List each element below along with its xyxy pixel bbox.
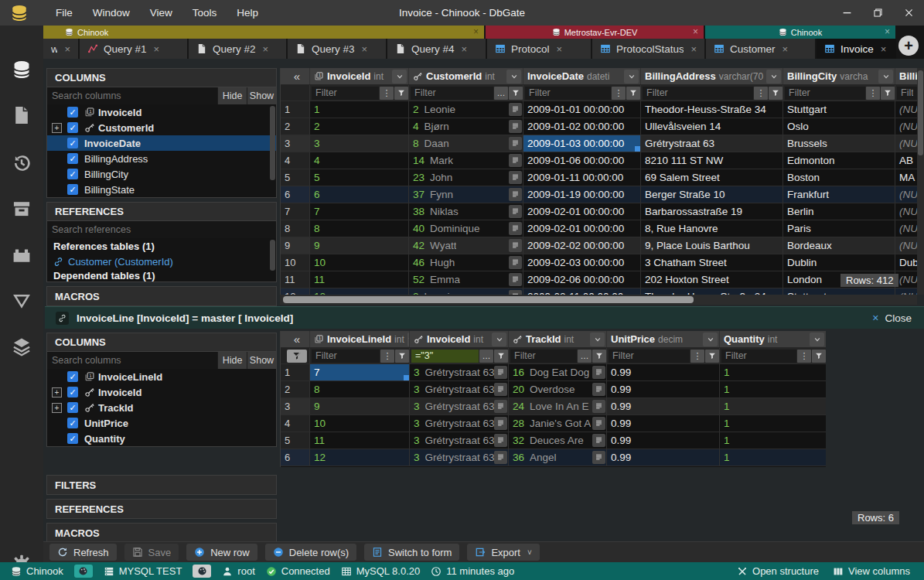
swatch-icon[interactable]	[193, 565, 211, 578]
cell-invoicedate[interactable]: 2009-01-02 00:00:00	[523, 118, 641, 135]
filter-funnel-button[interactable]	[494, 350, 508, 363]
menu-window[interactable]: Window	[83, 0, 140, 26]
tab-close-icon[interactable]: ×	[462, 43, 468, 55]
filter-input[interactable]	[312, 87, 379, 100]
column-checkbox[interactable]: ✓	[67, 138, 78, 148]
column-menu-button[interactable]	[492, 333, 506, 346]
row-detail-icon[interactable]	[509, 171, 522, 184]
row-number[interactable]: 9	[281, 237, 310, 254]
column-checkbox[interactable]: ✓	[67, 402, 78, 413]
column-checkbox[interactable]: ✓	[67, 153, 78, 164]
cell-invoicelineid[interactable]: 12	[310, 449, 410, 466]
cell-billingstate[interactable]: (NULL)	[895, 118, 917, 135]
tab-invoice[interactable]: Invoice×	[817, 39, 896, 59]
cell-quantity[interactable]: 1	[720, 449, 826, 466]
cell-invoicelineid[interactable]: 10	[310, 415, 410, 432]
row-number[interactable]: 11	[281, 271, 310, 288]
references-section-header[interactable]: REFERENCES	[47, 203, 276, 221]
row-number[interactable]: 10	[281, 254, 310, 271]
cell-billingstate[interactable]: (NULL)	[895, 220, 917, 237]
filter-input[interactable]	[411, 350, 479, 363]
swatch-icon[interactable]	[74, 565, 93, 578]
row-detail-icon[interactable]	[494, 434, 507, 447]
tree-scrollbar[interactable]	[270, 106, 275, 180]
cell-invoiceid[interactable]: 8	[310, 220, 409, 237]
tab-close-icon[interactable]: ×	[64, 43, 70, 55]
columns-section-header[interactable]: COLUMNS	[47, 69, 276, 87]
cell-customerid[interactable]: 4Bjørn	[409, 118, 523, 135]
tab-close-icon[interactable]: ×	[154, 43, 160, 55]
row-detail-icon[interactable]	[494, 451, 507, 464]
maximize-button[interactable]	[862, 0, 893, 26]
tab-group-3[interactable]: Chinook×	[705, 26, 895, 39]
cell-invoiceid[interactable]: 1	[310, 101, 409, 118]
column-checkbox[interactable]: ✓	[67, 418, 78, 428]
tab-protocol[interactable]: Protocol×	[487, 39, 591, 59]
detail-columns-section-header[interactable]: COLUMNS	[47, 333, 276, 352]
cell-trackid[interactable]: 20Overdose	[509, 381, 607, 397]
detail-close-button[interactable]: × Close	[872, 312, 912, 324]
cell-invoicelineid[interactable]: 9	[310, 398, 410, 415]
cell-customerid[interactable]: 14Mark	[409, 152, 523, 169]
tab-wee[interactable]: wee×	[43, 39, 78, 59]
cell-invoiceid[interactable]: 3Grétrystraat 63	[410, 449, 509, 466]
cell-billingcity[interactable]: Brussels	[783, 135, 895, 152]
cell-billingstate[interactable]: (NULL)	[895, 186, 917, 203]
column-checkbox[interactable]: ✓	[67, 122, 78, 133]
cell-invoicedate[interactable]: 2009-02-11 00:00:00	[523, 288, 641, 295]
cell-invoiceid[interactable]: 9	[310, 237, 409, 254]
column-item-invoicelineid[interactable]: ✓1InvoiceLineId	[47, 369, 276, 384]
minimize-button[interactable]	[831, 0, 862, 26]
export-button[interactable]: Export˅	[467, 544, 539, 561]
filter-input[interactable]	[643, 87, 753, 100]
cell-customerid[interactable]: 8Daan	[409, 135, 523, 152]
status-open-structure[interactable]: Open structure	[737, 565, 819, 577]
column-item-invoiceid[interactable]: ✓1InvoiceId	[47, 104, 276, 120]
cell-customerid[interactable]: 40Dominique	[409, 220, 523, 237]
row-detail-icon[interactable]	[509, 103, 522, 116]
row-number[interactable]: 8	[281, 220, 310, 237]
cell-invoiceid[interactable]: 6	[310, 186, 409, 203]
cell-invoicedate[interactable]: 2009-02-01 00:00:00	[523, 203, 641, 220]
tab-close-icon[interactable]: ×	[881, 43, 887, 55]
cell-invoiceid[interactable]: 2	[310, 118, 409, 135]
cell-billingcity[interactable]: Stuttgart	[783, 288, 895, 295]
cell-customerid[interactable]: 52Emma	[409, 271, 523, 288]
list-scrollbar[interactable]	[270, 240, 275, 271]
menu-tools[interactable]: Tools	[182, 0, 227, 26]
cell-billingstate[interactable]: (NULL)	[895, 135, 917, 152]
menu-view[interactable]: View	[140, 0, 182, 26]
column-checkbox[interactable]: ✓	[67, 371, 78, 382]
columns-search-input[interactable]	[47, 87, 217, 104]
reference-link-customer[interactable]: Customer (CustomerId)	[47, 254, 276, 269]
cell-unitprice[interactable]: 0.99	[607, 364, 720, 380]
row-number[interactable]: 2	[281, 381, 310, 397]
column-checkbox[interactable]: ✓	[67, 107, 78, 118]
expand-icon[interactable]: +	[52, 387, 62, 397]
cell-billingaddress[interactable]: Ullevålsveien 14	[641, 118, 783, 135]
cell-invoiceid[interactable]: 11	[310, 271, 409, 288]
row-detail-icon[interactable]	[509, 239, 522, 252]
filter-menu-button[interactable]: ⋮	[380, 350, 394, 363]
cell-unitprice[interactable]: 0.99	[607, 415, 720, 432]
cell-invoicedate[interactable]: 2009-01-01 00:00:00	[523, 101, 641, 118]
column-menu-button[interactable]	[506, 70, 521, 84]
column-item-quantity[interactable]: ✓Quantity	[47, 431, 276, 446]
cell-billingstate[interactable]: MA	[895, 169, 917, 186]
filter-menu-button[interactable]: ⋮	[690, 350, 704, 363]
cell-billingcity[interactable]: Oslo	[783, 118, 895, 135]
filter-funnel-button[interactable]	[881, 87, 895, 100]
cell-billingaddress[interactable]: 8, Rue Hanovre	[641, 220, 783, 237]
references-search-input[interactable]	[47, 221, 276, 238]
column-menu-button[interactable]	[624, 70, 639, 84]
cell-customerid[interactable]: 2Leonie	[409, 288, 523, 295]
column-menu-button[interactable]	[703, 333, 718, 346]
cell-trackid[interactable]: 36Angel	[509, 449, 607, 466]
cell-billingcity[interactable]: Stuttgart	[783, 101, 895, 118]
column-header-unitprice[interactable]: UnitPricedecim	[607, 331, 720, 347]
cell-unitprice[interactable]: 0.99	[607, 381, 720, 397]
tab-close-icon[interactable]: ×	[783, 43, 789, 55]
row-number[interactable]: 5	[281, 169, 310, 186]
filter-menu-button[interactable]: ⋮	[797, 350, 811, 363]
filter-funnel-button[interactable]	[592, 350, 606, 363]
